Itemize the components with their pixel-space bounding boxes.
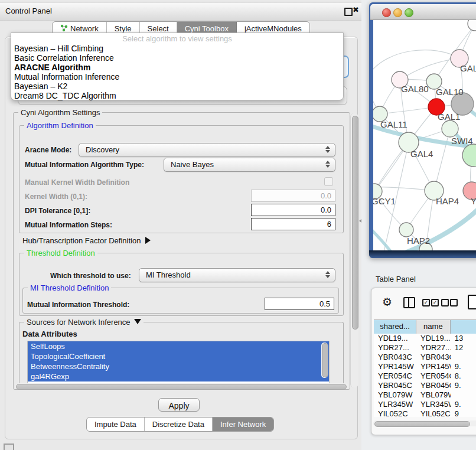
select-all-columns-icon[interactable]: ✓ (431, 299, 439, 306)
algorithm-item-bayesian-k2[interactable]: Bayesian – K2 (11, 81, 343, 91)
apply-button[interactable]: Apply (158, 398, 200, 412)
node-node-top[interactable] (468, 20, 476, 31)
control-panel-title: Control Panel (5, 6, 52, 15)
minimize-window-icon[interactable] (393, 8, 402, 17)
node-label-swi4: SWI4 (451, 136, 473, 146)
which-threshold-value: MI Threshold (146, 270, 191, 279)
spinner-icon (325, 146, 330, 153)
table-settings-gear-icon[interactable]: ⚙ (382, 295, 392, 308)
table-cell: YDL19... (374, 334, 416, 343)
close-window-icon[interactable] (382, 8, 391, 17)
column-header-2[interactable] (451, 320, 476, 334)
table-row[interactable]: YBR045CYBR045C9. (374, 381, 476, 390)
mi-steps-field[interactable]: 6 (251, 218, 335, 230)
settings-vertical-scrollbar[interactable] (350, 113, 358, 387)
node-HAP2[interactable] (399, 223, 413, 237)
threshold-definition-title: Threshold Definition (24, 249, 97, 257)
select-all-columns-icon[interactable]: ✓ (422, 299, 430, 306)
column-header-name[interactable]: name (416, 320, 451, 334)
kernel-width-label: Kernel Width (0,1): (25, 193, 87, 201)
table-horizontal-scrollbar[interactable] (373, 420, 476, 426)
mi-threshold-group-title: MI Threshold Definition (28, 283, 111, 292)
manual-kernel-checkbox[interactable] (324, 177, 333, 186)
algorithm-item-mutual-information-inference[interactable]: Mutual Information Inference (11, 72, 343, 81)
hub-definition-label: Hub/Transcription Factor Definition (22, 236, 141, 245)
table-row[interactable]: YBL079WYBL079W (374, 390, 476, 400)
settings-vertical-scrollbar-thumb[interactable] (352, 116, 358, 330)
table-row[interactable]: YER054CYER054C8. (374, 371, 476, 381)
attributes-scrollbar[interactable] (321, 343, 328, 378)
table-cell: YPR145W (416, 362, 451, 371)
panel-divider-handle[interactable] (358, 218, 363, 223)
algorithm-item-dream8-dc-tdc-algorithm[interactable]: Dream8 DC_TDC Algorithm (11, 91, 343, 100)
deselect-all-columns-icon[interactable] (450, 299, 458, 306)
control-panel-window: Control Panel ✖ NetworkStyleSelectCyni T… (0, 0, 361, 450)
table-cell: 13 (451, 334, 476, 343)
spinner-icon (325, 161, 330, 168)
float-panel-icon[interactable] (344, 8, 353, 16)
table-cell: YER054C (374, 371, 416, 381)
table-cell: YBL079W (416, 390, 451, 400)
table-cell: YBR045C (374, 381, 416, 390)
mi-type-label: Mutual Information Algorithm Type: (25, 161, 144, 169)
node-label-gal80: GAL80 (401, 84, 429, 94)
attribute-item-betweennesscentrality[interactable]: BetweennessCentrality (28, 361, 329, 371)
attribute-item-gal4rgexp[interactable]: gal4RGexp (28, 371, 329, 381)
node-SWI4[interactable] (442, 120, 458, 137)
algorithm-item-basic-correlation-inference[interactable]: Basic Correlation Inference (11, 53, 343, 63)
export-table-icon[interactable] (468, 295, 476, 309)
node-label-y: Y (471, 196, 476, 206)
control-panel-titlebar: Control Panel ✖ (0, 2, 361, 21)
table-row[interactable]: YPR145WYPR145W9. (374, 362, 476, 371)
table-row[interactable]: YBR043CYBR043C (374, 353, 476, 362)
close-panel-icon[interactable]: ✖ (353, 5, 359, 14)
docked-panel-icon[interactable] (4, 444, 14, 450)
mi-type-combo[interactable]: Naive Bayes (164, 158, 335, 172)
tab-impute-data[interactable]: Impute Data (87, 418, 145, 431)
settings-horizontal-scrollbar[interactable] (15, 383, 348, 389)
tab-discretize-data[interactable]: Discretize Data (145, 418, 213, 431)
data-attributes-list[interactable]: SelfLoopsTopologicalCoefficientBetweenne… (27, 341, 330, 384)
table-cell: 9 (451, 409, 476, 417)
table-row[interactable]: YLR345WYLR345W9. (374, 400, 476, 409)
dpi-tolerance-field[interactable]: 0.0 (251, 204, 335, 216)
table-row[interactable]: YDR27...YDR27...12 (374, 343, 476, 353)
algorithm-dropdown-popup: Select algorithm to view settings Bayesi… (11, 32, 344, 100)
data-attributes-label: Data Attributes (22, 330, 77, 338)
attribute-item-topologicalcoefficient[interactable]: TopologicalCoefficient (28, 351, 329, 361)
mi-threshold-field[interactable]: 0.5 (265, 298, 334, 310)
table-horizontal-scrollbar-thumb[interactable] (374, 421, 470, 427)
sources-group-title[interactable]: Sources for Network Inference (24, 318, 144, 327)
algorithm-definition-title: Algorithm Definition (24, 121, 96, 130)
network-window-titlebar[interactable] (370, 4, 476, 20)
network-edge (373, 227, 395, 250)
attribute-item-selfloops[interactable]: SelfLoops (28, 341, 329, 351)
tab-label: jActiveMNodules (244, 24, 302, 33)
settings-horizontal-scrollbar-thumb[interactable] (16, 384, 347, 390)
table-columns-icon[interactable] (403, 297, 415, 308)
table-cell: 9. (451, 400, 476, 409)
deselect-all-columns-icon[interactable] (441, 299, 449, 306)
network-canvas[interactable]: GAL7GAL80GAL10GAL1GAL11SWI4GAL4GCY1HAP4Y… (373, 20, 476, 250)
algorithm-item-aracne-algorithm[interactable]: ARACNE Algorithm (11, 63, 343, 72)
tab-label: Discretize Data (152, 420, 204, 429)
zoom-window-icon[interactable] (405, 8, 413, 17)
hub-definition-toggle[interactable]: Hub/Transcription Factor Definition (22, 236, 151, 245)
column-header-shared-[interactable]: shared... (374, 320, 416, 334)
attributes-scrollbar-thumb[interactable] (322, 343, 328, 377)
kernel-width-field[interactable]: 0.0 (251, 190, 335, 202)
cyni-settings-group-title: Cyni Algorithm Settings (18, 108, 102, 117)
tab-infer-network[interactable]: Infer Network (213, 418, 273, 431)
node-label-gcy1: GCY1 (373, 196, 396, 206)
table-cell: 9. (451, 362, 476, 371)
table-cell: YBR043C (374, 353, 416, 362)
table-row[interactable]: YDL19...YDL19...13 (374, 334, 476, 343)
expand-right-icon (145, 237, 151, 244)
aracne-mode-combo[interactable]: Discovery (79, 143, 335, 157)
table-header-row: shared...name (374, 319, 476, 334)
table-cell: YBR043C (416, 353, 451, 362)
algorithm-item-bayesian-hill-climbing[interactable]: Bayesian – Hill Climbing (11, 44, 343, 53)
which-threshold-combo[interactable]: MI Threshold (139, 268, 335, 282)
which-threshold-label: Which threshold to use: (50, 272, 131, 280)
table-row[interactable]: YIL052CYIL052C9 (374, 409, 476, 417)
